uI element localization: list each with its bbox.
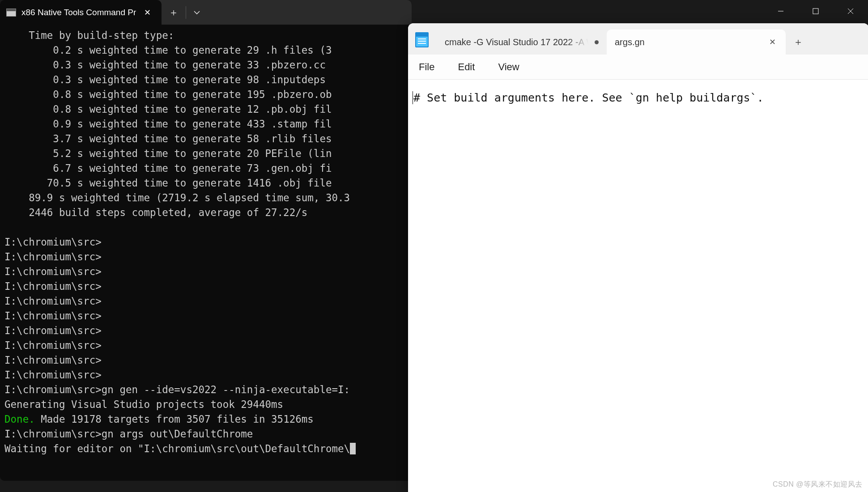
- notepad-titlebar: cmake -G Visual Studio 17 2022 -A W args…: [408, 23, 868, 55]
- terminal-tab-dropdown-button[interactable]: [186, 0, 208, 25]
- terminal-titlebar-actions: ＋: [162, 0, 208, 25]
- unsaved-indicator-icon: [595, 40, 599, 44]
- minimize-button[interactable]: [763, 0, 798, 22]
- tab-title: args.gn: [615, 37, 761, 47]
- notepad-window: cmake -G Visual Studio 17 2022 -A W args…: [408, 23, 868, 492]
- editor-text: #: [413, 91, 420, 104]
- notepad-tab-inactive[interactable]: cmake -G Visual Studio 17 2022 -A W: [437, 30, 607, 55]
- watermark: CSDN @等风来不如迎风去: [773, 480, 863, 489]
- terminal-window: x86 Native Tools Command Pr ✕ ＋ Time by …: [0, 0, 412, 481]
- maximize-button[interactable]: [798, 0, 833, 22]
- tab-title: cmake -G Visual Studio 17 2022 -A W: [445, 37, 588, 47]
- done-rest: Made 19178 targets from 3507 files in 35…: [35, 413, 314, 425]
- menu-view[interactable]: View: [496, 59, 521, 76]
- terminal-tab-title: x86 Native Tools Command Pr: [21, 8, 136, 17]
- close-button[interactable]: [833, 0, 868, 22]
- svg-rect-1: [813, 8, 818, 14]
- menu-edit[interactable]: Edit: [456, 59, 477, 76]
- text-caret: #: [413, 91, 420, 104]
- window-controls: [763, 0, 868, 22]
- terminal-tab[interactable]: x86 Native Tools Command Pr ✕: [0, 0, 162, 25]
- editor-text: Set build arguments here. See `gn help b…: [420, 91, 764, 104]
- terminal-tab-close-button[interactable]: ✕: [141, 6, 153, 19]
- menu-file[interactable]: File: [417, 59, 436, 76]
- notepad-tab-active[interactable]: args.gn ✕: [607, 30, 786, 55]
- terminal-output[interactable]: Time by build-step type: 0.2 s weighted …: [0, 25, 412, 461]
- terminal-cursor: [350, 443, 356, 454]
- tab-close-button[interactable]: ✕: [767, 36, 778, 48]
- done-label: Done.: [4, 413, 35, 425]
- notepad-app-icon: [415, 32, 429, 47]
- terminal-titlebar: x86 Native Tools Command Pr ✕ ＋: [0, 0, 412, 25]
- notepad-new-tab-button[interactable]: ＋: [786, 30, 811, 55]
- chevron-down-icon: [193, 9, 200, 16]
- terminal-new-tab-button[interactable]: ＋: [162, 0, 186, 25]
- notepad-menubar: File Edit View: [408, 55, 868, 80]
- cmd-icon: [6, 8, 16, 17]
- notepad-editor[interactable]: # Set build arguments here. See `gn help…: [408, 80, 868, 492]
